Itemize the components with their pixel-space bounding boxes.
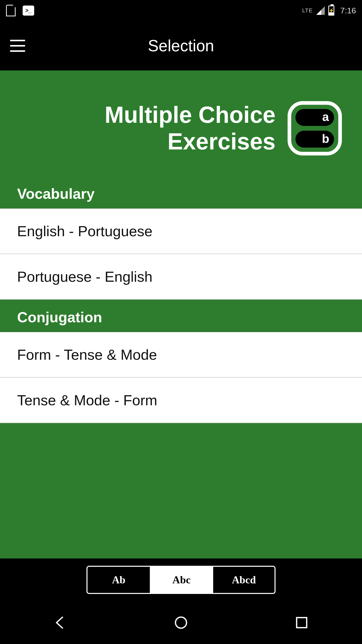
svg-text:a: a: [322, 110, 329, 124]
segment-abcd[interactable]: Abcd: [212, 567, 275, 593]
sd-card-icon: [6, 5, 16, 16]
status-bar: >_ LTE ⚡ 7:16: [0, 0, 362, 21]
svg-text:b: b: [322, 132, 329, 145]
terminal-icon: >_: [23, 6, 34, 16]
system-nav-bar: [0, 601, 362, 644]
section-header-conjugation: Conjugation: [0, 300, 362, 332]
segment-ab[interactable]: Ab: [87, 567, 150, 593]
multiple-choice-icon: a b: [285, 98, 345, 158]
app-bar: Selection: [0, 21, 362, 70]
hero-title-line1: Multiple Choice: [105, 102, 276, 128]
svg-rect-6: [297, 618, 307, 628]
content-filler: [0, 423, 362, 558]
vocabulary-item-en-pt[interactable]: English - Portuguese: [0, 209, 362, 254]
vocabulary-item-pt-en[interactable]: Portuguese - English: [0, 254, 362, 300]
bottom-bar: Ab Abc Abcd: [0, 558, 362, 601]
hero: Multiple Choice Exercises a b: [0, 70, 362, 176]
conjugation-item-form-tense[interactable]: Form - Tense & Mode: [0, 332, 362, 378]
network-label: LTE: [302, 7, 313, 14]
hero-title: Multiple Choice Exercises: [105, 102, 276, 155]
battery-charging-icon: ⚡: [328, 6, 334, 16]
svg-point-5: [175, 617, 187, 628]
conjugation-item-tense-form[interactable]: Tense & Mode - Form: [0, 378, 362, 423]
section-header-vocabulary: Vocabulary: [0, 176, 362, 209]
status-right: LTE ⚡ 7:16: [302, 6, 356, 16]
hero-title-line2: Exercises: [105, 128, 276, 155]
segment-abc[interactable]: Abc: [150, 567, 212, 593]
clock: 7:16: [340, 6, 356, 15]
page-title: Selection: [0, 36, 362, 55]
status-left: >_: [6, 5, 34, 16]
nav-home-button[interactable]: [166, 614, 196, 631]
nav-back-button[interactable]: [45, 614, 75, 631]
menu-icon[interactable]: [10, 40, 25, 52]
answer-count-selector: Ab Abc Abcd: [86, 566, 276, 594]
signal-icon: [316, 6, 325, 15]
nav-recent-button[interactable]: [287, 614, 317, 631]
content-area: Multiple Choice Exercises a b Vocabulary…: [0, 70, 362, 558]
